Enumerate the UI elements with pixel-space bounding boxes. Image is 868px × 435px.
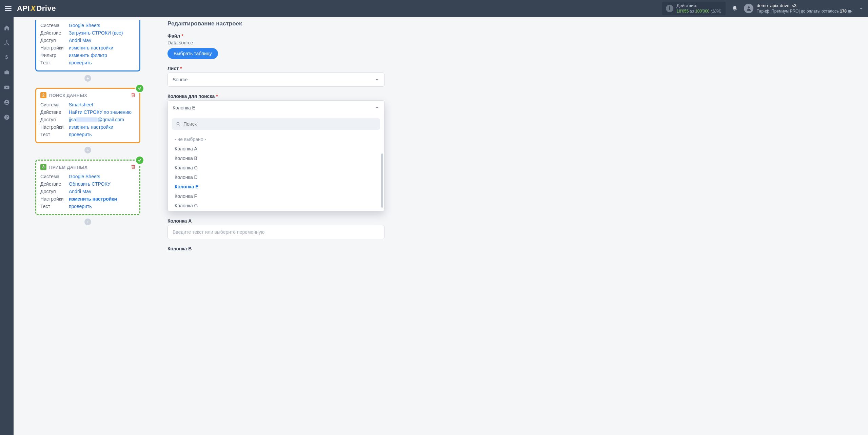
sheet-select[interactable]: Source bbox=[167, 72, 384, 87]
option-col-b[interactable]: Колонка B bbox=[168, 153, 384, 163]
search-column-dropdown: Колонка E - не выбрано - Колонка A Колон… bbox=[167, 100, 384, 211]
logo-part-drive: Drive bbox=[36, 4, 56, 13]
step3-delete-button[interactable] bbox=[131, 164, 136, 169]
step1-filter-link[interactable]: изменить фильтр bbox=[69, 53, 107, 58]
sheet-value: Source bbox=[173, 77, 188, 82]
required-mark: * bbox=[181, 33, 183, 39]
field-col-b: Колонка B bbox=[167, 246, 384, 251]
app-header: API X Drive i Действия: 18'055 из 100'00… bbox=[0, 0, 868, 17]
step3-number: 3 bbox=[40, 164, 46, 170]
actions-total: 100'000 bbox=[695, 9, 709, 14]
add-step-button-2[interactable]: + bbox=[84, 147, 91, 153]
actions-text: Действия: 18'055 из 100'000 (18%) bbox=[677, 3, 722, 14]
step3-complete-icon bbox=[136, 157, 143, 164]
logo-part-x: X bbox=[31, 4, 36, 13]
choose-table-button[interactable]: Выбрать таблицу bbox=[167, 48, 218, 59]
nav-help-icon[interactable] bbox=[0, 110, 14, 124]
step1-access-link[interactable]: Andrii Mav bbox=[69, 38, 91, 43]
step2-test-link[interactable]: проверить bbox=[69, 132, 92, 137]
step-card-source: СистемаGoogle Sheets ДействиеЗагрузить С… bbox=[35, 20, 140, 71]
blurred-text bbox=[76, 117, 98, 122]
option-none[interactable]: - не выбрано - bbox=[168, 134, 384, 144]
option-col-f[interactable]: Колонка F bbox=[168, 191, 384, 201]
step-card-search: 2 ПОИСК ДАННЫХ СистемаSmartsheet Действи… bbox=[35, 88, 140, 143]
svg-point-2 bbox=[4, 44, 6, 45]
step3-action-link[interactable]: Обновить СТРОКУ bbox=[69, 181, 111, 187]
dropdown-list: - не выбрано - Колонка A Колонка B Колон… bbox=[168, 133, 384, 211]
step1-action-link[interactable]: Загрузить СТРОКИ (все) bbox=[69, 30, 123, 36]
logo[interactable]: API X Drive bbox=[17, 4, 56, 13]
field-sheet: Лист* Source bbox=[167, 66, 384, 87]
actions-label: Действия: bbox=[677, 3, 722, 9]
chevron-down-icon bbox=[859, 6, 863, 11]
step2-delete-button[interactable] bbox=[131, 92, 136, 98]
actions-used: 18'055 bbox=[677, 9, 689, 14]
step1-system-link[interactable]: Google Sheets bbox=[69, 23, 100, 28]
settings-form: Редактирование настроек Файл* Data sourc… bbox=[167, 20, 384, 253]
nav-account-icon[interactable] bbox=[0, 96, 14, 109]
dropdown-search bbox=[172, 118, 380, 130]
option-col-d[interactable]: Колонка D bbox=[168, 172, 384, 182]
nav-billing-icon[interactable] bbox=[0, 51, 14, 64]
nav-youtube-icon[interactable] bbox=[0, 81, 14, 94]
svg-point-0 bbox=[748, 6, 750, 8]
step2-system-link[interactable]: Smartsheet bbox=[69, 102, 93, 107]
step2-complete-icon bbox=[136, 85, 143, 92]
add-step-button-3[interactable]: + bbox=[84, 219, 91, 225]
steps-column: СистемаGoogle Sheets ДействиеЗагрузить С… bbox=[14, 20, 157, 253]
nav-briefcase-icon[interactable] bbox=[0, 66, 14, 79]
option-col-e[interactable]: Колонка E bbox=[168, 182, 384, 191]
scrollbar-thumb[interactable] bbox=[381, 153, 383, 208]
step2-settings-link[interactable]: изменить настройки bbox=[69, 124, 113, 130]
svg-point-6 bbox=[6, 101, 8, 103]
step2-access-link[interactable]: jjsa@gmail.com bbox=[69, 117, 124, 122]
header-left: API X Drive bbox=[5, 4, 56, 13]
step3-access-link[interactable]: Andrii Mav bbox=[69, 189, 91, 194]
col-a-input[interactable] bbox=[167, 225, 384, 239]
avatar-icon bbox=[744, 4, 753, 13]
option-col-a[interactable]: Колонка A bbox=[168, 144, 384, 153]
dropdown-search-input[interactable] bbox=[183, 121, 376, 127]
tariff-prefix: Тариф |Премиум PRO| до оплаты осталось bbox=[757, 9, 840, 14]
step-card-destination: 3 ПРИЕМ ДАННЫХ СистемаGoogle Sheets Дейс… bbox=[35, 160, 140, 215]
user-text: demo_apix-drive_s3 Тариф |Премиум PRO| д… bbox=[757, 3, 852, 14]
user-name: demo_apix-drive_s3 bbox=[757, 3, 852, 9]
notifications-icon[interactable] bbox=[732, 5, 738, 12]
menu-toggle[interactable] bbox=[5, 6, 12, 11]
logo-part-api: API bbox=[17, 4, 30, 13]
svg-point-3 bbox=[8, 44, 9, 45]
step1-test-link[interactable]: проверить bbox=[69, 60, 92, 65]
step1-settings-link[interactable]: изменить настройки bbox=[69, 45, 113, 50]
search-icon bbox=[176, 122, 181, 126]
chevron-up-icon bbox=[375, 105, 379, 110]
info-icon: i bbox=[666, 5, 673, 12]
step3-system-link[interactable]: Google Sheets bbox=[69, 174, 100, 179]
field-search-column: Колонка для поиска* Колонка E - не выбра… bbox=[167, 94, 384, 211]
header-right: i Действия: 18'055 из 100'000 (18%) demo… bbox=[662, 2, 863, 15]
page: СистемаGoogle Sheets ДействиеЗагрузить С… bbox=[14, 17, 868, 266]
step2-number: 2 bbox=[40, 92, 46, 98]
step2-action-link[interactable]: Найти СТРОКУ по значению bbox=[69, 109, 132, 115]
add-step-button-1[interactable]: + bbox=[84, 75, 91, 82]
step3-title: ПРИЕМ ДАННЫХ bbox=[49, 165, 87, 170]
actions-counter[interactable]: i Действия: 18'055 из 100'000 (18%) bbox=[662, 2, 726, 15]
chevron-down-icon bbox=[375, 77, 379, 82]
nav-connections-icon[interactable] bbox=[0, 36, 14, 49]
step3-test-link[interactable]: проверить bbox=[69, 204, 92, 209]
dropdown-toggle[interactable]: Колонка E bbox=[168, 101, 384, 115]
field-col-a: Колонка A bbox=[167, 218, 384, 239]
step2-title: ПОИСК ДАННЫХ bbox=[49, 93, 87, 98]
dropdown-value: Колонка E bbox=[173, 105, 195, 110]
step3-settings-link[interactable]: изменить настройки bbox=[69, 196, 117, 202]
actions-percent: (18%) bbox=[711, 9, 722, 14]
nav-home-icon[interactable] bbox=[0, 21, 14, 35]
user-menu[interactable]: demo_apix-drive_s3 Тариф |Премиум PRO| д… bbox=[744, 3, 863, 14]
option-col-g[interactable]: Колонка G bbox=[168, 201, 384, 210]
side-nav bbox=[0, 17, 14, 266]
option-col-c[interactable]: Колонка C bbox=[168, 163, 384, 172]
field-file: Файл* Data source Выбрать таблицу bbox=[167, 33, 384, 59]
file-name: Data source bbox=[167, 40, 384, 45]
tariff-days: 178 bbox=[840, 9, 847, 14]
svg-point-1 bbox=[6, 40, 7, 42]
tariff-suffix: дн bbox=[847, 9, 852, 14]
